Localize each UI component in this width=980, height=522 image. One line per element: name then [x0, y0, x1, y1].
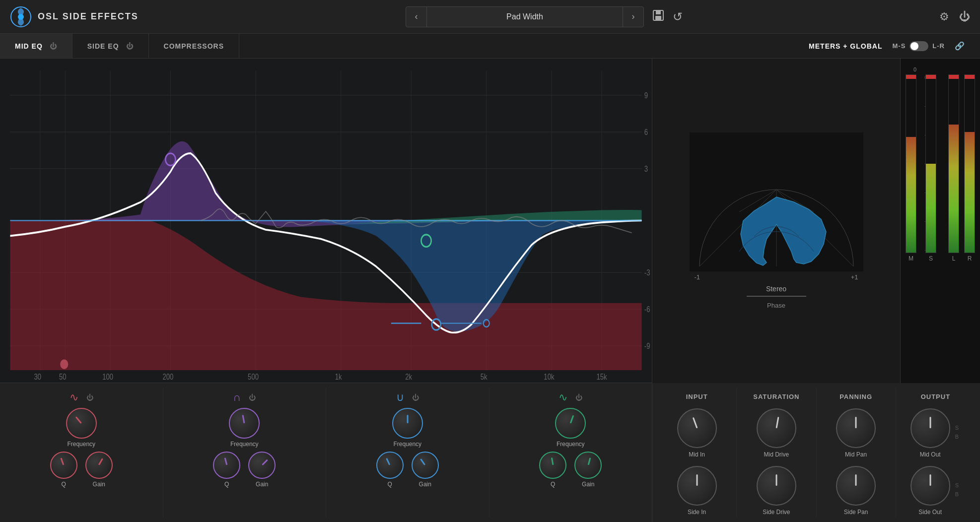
svg-text:1k: 1k — [335, 373, 342, 381]
s-label: S — [929, 255, 933, 262]
band3-gain-knob[interactable] — [412, 452, 439, 479]
side-eq-power-icon[interactable]: ⏻ — [126, 42, 134, 50]
tab-meters-global[interactable]: METERS + GLOBAL M-S L-R 🔗 — [794, 34, 980, 58]
mid-eq-power-icon[interactable]: ⏻ — [50, 42, 57, 50]
band1-freq-knob[interactable] — [66, 408, 97, 439]
side-out-label: Side Out — [918, 509, 942, 516]
tab-mid-eq[interactable]: MID EQ ⏻ — [0, 34, 72, 58]
band2-q-knob[interactable] — [213, 452, 240, 479]
side-drive-label: Side Drive — [763, 509, 790, 516]
mid-out-knob-row: Mid Out — [910, 408, 950, 458]
save-button[interactable] — [652, 9, 665, 25]
tab-mid-eq-label: MID EQ — [15, 42, 43, 50]
band3-knob-row: Q Gain — [376, 452, 439, 488]
preset-name: Pad Width — [427, 12, 623, 21]
l-meter-bar-container — [948, 74, 959, 253]
band1-header: ∿ ⏻ — [70, 391, 93, 404]
l-meter-group: L — [948, 74, 959, 262]
band4-q-knob[interactable] — [539, 452, 566, 479]
band4-freq-label: Frequency — [557, 441, 585, 448]
side-in-label: Side In — [688, 509, 706, 516]
side-drive-knob[interactable] — [757, 466, 796, 506]
band4-gain-cell: Gain — [574, 452, 602, 488]
svg-text:200: 200 — [162, 373, 173, 381]
svg-rect-3 — [656, 10, 661, 14]
band2-shape-icon: ∩ — [233, 391, 241, 404]
svg-point-47 — [60, 359, 68, 369]
b-badge-2: B — [953, 491, 961, 498]
band3-q-cell: Q — [376, 452, 404, 488]
side-in-knob[interactable] — [677, 466, 717, 506]
svg-text:9: 9 — [644, 91, 648, 100]
controls-strip: ∿ ⏻ Frequency Q — [0, 383, 652, 522]
band4-power-button[interactable]: ⏻ — [575, 393, 582, 401]
preset-prev-button[interactable]: ‹ — [406, 6, 427, 27]
tab-compressors-label: COMPRESSORS — [164, 42, 224, 50]
tab-side-eq[interactable]: SIDE EQ ⏻ — [72, 34, 149, 58]
svg-text:100: 100 — [102, 373, 113, 381]
mid-in-knob[interactable] — [677, 408, 717, 448]
toggle-knob — [910, 42, 918, 50]
input-title: INPUT — [686, 393, 708, 400]
lr-label: L-R — [932, 42, 945, 50]
band4-gain-knob[interactable] — [574, 452, 602, 479]
band2-freq-container: Frequency — [229, 408, 260, 448]
band1-gain-knob[interactable] — [85, 452, 113, 479]
mid-drive-knob[interactable] — [757, 408, 796, 448]
band1-freq-label: Frequency — [67, 441, 95, 448]
band1-q-cell: Q — [50, 452, 77, 488]
m-label: M — [909, 255, 913, 262]
tab-side-eq-label: SIDE EQ — [87, 42, 119, 50]
mid-drive-knob-row: Mid Drive — [757, 408, 796, 458]
stereo-left-label: -1 — [695, 273, 700, 281]
band3-q-knob[interactable] — [376, 452, 404, 479]
band4-gain-label: Gain — [582, 481, 594, 488]
logo-icon — [10, 6, 32, 28]
band2-gain-knob[interactable] — [248, 452, 276, 479]
side-out-knob[interactable] — [910, 466, 950, 506]
phase-label: Phase — [767, 302, 785, 309]
band4-header: ∿ ⏻ — [559, 391, 582, 404]
mid-out-knob[interactable] — [910, 408, 950, 448]
mid-in-label: Mid In — [689, 451, 705, 458]
svg-text:15k: 15k — [596, 373, 607, 381]
power-button[interactable]: ⏻ — [959, 10, 970, 23]
reload-button[interactable]: ↺ — [673, 10, 683, 24]
svg-text:50: 50 — [59, 373, 67, 381]
band1-power-button[interactable]: ⏻ — [86, 393, 93, 401]
r-label: R — [968, 255, 972, 262]
app-name: OSL SIDE EFFECTS — [38, 11, 139, 22]
link-icon[interactable]: 🔗 — [955, 41, 965, 51]
saturation-section: SATURATION Mid Drive Side Drive — [737, 388, 816, 517]
side-pan-knob-row: Side Pan — [836, 466, 876, 516]
tab-compressors[interactable]: COMPRESSORS — [149, 34, 239, 58]
band3-freq-knob[interactable] — [392, 408, 423, 439]
side-drive-knob-row: Side Drive — [757, 466, 796, 516]
band2-gain-cell: Gain — [248, 452, 276, 488]
m-meter-group: 0 -6 -12 -24 -36 -48 -60 M — [906, 74, 916, 262]
m-meter-fill — [906, 137, 916, 253]
band3-power-button[interactable]: ⏻ — [412, 393, 419, 401]
settings-button[interactable]: ⚙ — [939, 10, 949, 23]
band2-freq-knob[interactable] — [229, 408, 260, 439]
band2-power-button[interactable]: ⏻ — [249, 393, 256, 401]
header: OSL SIDE EFFECTS ‹ Pad Width › ↺ ⚙ ⏻ — [0, 0, 980, 34]
svg-text:3: 3 — [644, 165, 648, 173]
input-section: INPUT Mid In Side In — [657, 388, 737, 517]
band4-knob-row: Q Gain — [539, 452, 602, 488]
preset-next-button[interactable]: › — [623, 6, 643, 27]
band1-q-knob[interactable] — [50, 452, 77, 479]
toggle-switch[interactable] — [910, 41, 928, 51]
ms-toggle[interactable]: M-S L-R — [892, 41, 945, 51]
band4-freq-knob[interactable] — [555, 408, 586, 439]
mid-pan-knob[interactable] — [836, 408, 876, 448]
svg-rect-4 — [655, 16, 661, 20]
svg-text:10k: 10k — [544, 373, 555, 381]
eq-display[interactable]: 9 6 3 -3 -6 -9 30 50 100 200 500 1k 2k 5… — [0, 59, 652, 383]
svg-text:-3: -3 — [644, 268, 650, 277]
r-meter-group: R — [964, 74, 975, 262]
side-pan-knob[interactable] — [836, 466, 876, 506]
vu-meters-area: 0 0 -6 -12 -2 — [900, 59, 980, 383]
header-tools: ↺ — [652, 9, 683, 25]
band4-freq-container: Frequency — [555, 408, 586, 448]
